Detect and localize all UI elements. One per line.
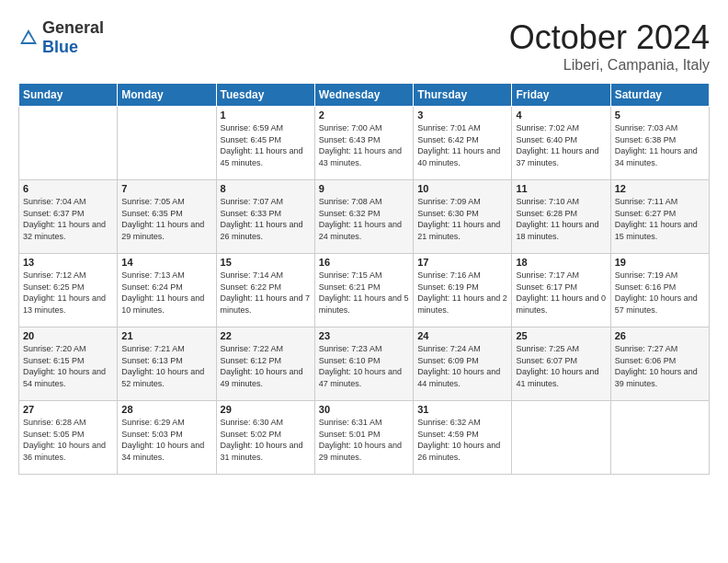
calendar-cell: 9Sunrise: 7:08 AMSunset: 6:32 PMDaylight… <box>314 180 413 254</box>
day-number: 30 <box>319 404 409 415</box>
day-info: Sunrise: 7:21 AMSunset: 6:13 PMDaylight:… <box>121 343 211 389</box>
day-info: Sunrise: 6:30 AMSunset: 5:02 PMDaylight:… <box>221 417 311 463</box>
page-header: General Blue October 2024 Liberi, Campan… <box>18 18 710 74</box>
calendar-cell: 13Sunrise: 7:12 AMSunset: 6:25 PMDayligh… <box>19 254 118 327</box>
day-info: Sunrise: 6:29 AMSunset: 5:03 PMDaylight:… <box>121 417 211 463</box>
day-info: Sunrise: 7:15 AMSunset: 6:21 PMDaylight:… <box>319 270 409 316</box>
week-row: 20Sunrise: 7:20 AMSunset: 6:15 PMDayligh… <box>19 327 710 401</box>
day-info: Sunrise: 7:09 AMSunset: 6:30 PMDaylight:… <box>417 196 507 242</box>
calendar-cell <box>118 107 216 180</box>
day-info: Sunrise: 6:28 AMSunset: 5:05 PMDaylight:… <box>23 417 113 463</box>
calendar-cell: 18Sunrise: 7:17 AMSunset: 6:17 PMDayligh… <box>512 254 610 327</box>
logo-blue: Blue <box>42 38 78 56</box>
day-number: 31 <box>417 404 507 415</box>
day-info: Sunrise: 7:00 AMSunset: 6:43 PMDaylight:… <box>319 122 409 168</box>
header-day-monday: Monday <box>118 84 216 107</box>
calendar-cell <box>512 401 610 475</box>
calendar-cell: 5Sunrise: 7:03 AMSunset: 6:38 PMDaylight… <box>610 107 709 180</box>
calendar-cell: 30Sunrise: 6:31 AMSunset: 5:01 PMDayligh… <box>314 401 413 475</box>
calendar-cell: 4Sunrise: 7:02 AMSunset: 6:40 PMDaylight… <box>512 107 610 180</box>
calendar-cell: 22Sunrise: 7:22 AMSunset: 6:12 PMDayligh… <box>216 327 314 401</box>
calendar-header: SundayMondayTuesdayWednesdayThursdayFrid… <box>19 84 710 107</box>
day-info: Sunrise: 7:13 AMSunset: 6:24 PMDaylight:… <box>121 270 211 316</box>
day-info: Sunrise: 7:25 AMSunset: 6:07 PMDaylight:… <box>516 343 606 389</box>
day-number: 29 <box>221 404 311 415</box>
day-number: 5 <box>615 109 705 121</box>
day-number: 28 <box>121 404 211 415</box>
calendar-cell: 19Sunrise: 7:19 AMSunset: 6:16 PMDayligh… <box>610 254 709 327</box>
day-info: Sunrise: 7:08 AMSunset: 6:32 PMDaylight:… <box>319 196 409 242</box>
calendar-cell: 20Sunrise: 7:20 AMSunset: 6:15 PMDayligh… <box>19 327 118 401</box>
calendar-table: SundayMondayTuesdayWednesdayThursdayFrid… <box>18 83 710 475</box>
month-title: October 2024 <box>509 18 710 57</box>
day-info: Sunrise: 7:16 AMSunset: 6:19 PMDaylight:… <box>417 270 507 316</box>
calendar-cell: 3Sunrise: 7:01 AMSunset: 6:42 PMDaylight… <box>414 107 512 180</box>
logo: General Blue <box>18 18 104 57</box>
header-day-tuesday: Tuesday <box>216 84 314 107</box>
day-info: Sunrise: 7:11 AMSunset: 6:27 PMDaylight:… <box>615 196 705 242</box>
calendar-body: 1Sunrise: 6:59 AMSunset: 6:45 PMDaylight… <box>19 107 710 475</box>
calendar-cell: 17Sunrise: 7:16 AMSunset: 6:19 PMDayligh… <box>414 254 512 327</box>
calendar-cell: 16Sunrise: 7:15 AMSunset: 6:21 PMDayligh… <box>314 254 413 327</box>
day-info: Sunrise: 7:04 AMSunset: 6:37 PMDaylight:… <box>23 196 113 242</box>
day-info: Sunrise: 6:59 AMSunset: 6:45 PMDaylight:… <box>221 122 311 168</box>
day-number: 1 <box>221 109 311 121</box>
day-number: 23 <box>319 330 409 341</box>
calendar-cell: 21Sunrise: 7:21 AMSunset: 6:13 PMDayligh… <box>118 327 216 401</box>
day-number: 15 <box>221 257 311 268</box>
day-info: Sunrise: 7:01 AMSunset: 6:42 PMDaylight:… <box>417 122 507 168</box>
day-number: 13 <box>23 257 113 268</box>
day-number: 8 <box>221 183 311 194</box>
calendar-cell: 15Sunrise: 7:14 AMSunset: 6:22 PMDayligh… <box>216 254 314 327</box>
day-number: 17 <box>417 257 507 268</box>
calendar-cell: 2Sunrise: 7:00 AMSunset: 6:43 PMDaylight… <box>314 107 413 180</box>
day-info: Sunrise: 7:20 AMSunset: 6:15 PMDaylight:… <box>23 343 113 389</box>
day-number: 6 <box>23 183 113 194</box>
day-info: Sunrise: 7:10 AMSunset: 6:28 PMDaylight:… <box>516 196 606 242</box>
day-info: Sunrise: 7:05 AMSunset: 6:35 PMDaylight:… <box>121 196 211 242</box>
day-number: 19 <box>615 257 705 268</box>
day-number: 16 <box>319 257 409 268</box>
header-day-sunday: Sunday <box>19 84 118 107</box>
location-title: Liberi, Campania, Italy <box>509 57 710 74</box>
day-number: 2 <box>319 109 409 121</box>
header-row: SundayMondayTuesdayWednesdayThursdayFrid… <box>19 84 710 107</box>
day-number: 4 <box>516 109 606 121</box>
calendar-cell: 27Sunrise: 6:28 AMSunset: 5:05 PMDayligh… <box>19 401 118 475</box>
week-row: 27Sunrise: 6:28 AMSunset: 5:05 PMDayligh… <box>19 401 710 475</box>
day-number: 24 <box>417 330 507 341</box>
day-number: 25 <box>516 330 606 341</box>
calendar-cell: 10Sunrise: 7:09 AMSunset: 6:30 PMDayligh… <box>414 180 512 254</box>
day-info: Sunrise: 7:07 AMSunset: 6:33 PMDaylight:… <box>221 196 311 242</box>
day-info: Sunrise: 7:27 AMSunset: 6:06 PMDaylight:… <box>615 343 705 389</box>
day-info: Sunrise: 7:23 AMSunset: 6:10 PMDaylight:… <box>319 343 409 389</box>
calendar-cell: 12Sunrise: 7:11 AMSunset: 6:27 PMDayligh… <box>610 180 709 254</box>
calendar-cell: 11Sunrise: 7:10 AMSunset: 6:28 PMDayligh… <box>512 180 610 254</box>
day-number: 20 <box>23 330 113 341</box>
day-info: Sunrise: 7:24 AMSunset: 6:09 PMDaylight:… <box>417 343 507 389</box>
day-number: 3 <box>417 109 507 121</box>
calendar-cell: 25Sunrise: 7:25 AMSunset: 6:07 PMDayligh… <box>512 327 610 401</box>
day-number: 11 <box>516 183 606 194</box>
day-info: Sunrise: 7:14 AMSunset: 6:22 PMDaylight:… <box>221 270 311 316</box>
logo-text: General Blue <box>42 18 104 57</box>
day-info: Sunrise: 7:03 AMSunset: 6:38 PMDaylight:… <box>615 122 705 168</box>
day-number: 18 <box>516 257 606 268</box>
calendar-cell: 6Sunrise: 7:04 AMSunset: 6:37 PMDaylight… <box>19 180 118 254</box>
header-day-friday: Friday <box>512 84 610 107</box>
logo-general: General <box>42 18 104 37</box>
title-block: October 2024 Liberi, Campania, Italy <box>509 18 710 74</box>
week-row: 13Sunrise: 7:12 AMSunset: 6:25 PMDayligh… <box>19 254 710 327</box>
day-number: 22 <box>221 330 311 341</box>
calendar-cell <box>19 107 118 180</box>
day-info: Sunrise: 7:19 AMSunset: 6:16 PMDaylight:… <box>615 270 705 316</box>
day-number: 21 <box>121 330 211 341</box>
calendar-cell: 28Sunrise: 6:29 AMSunset: 5:03 PMDayligh… <box>118 401 216 475</box>
week-row: 1Sunrise: 6:59 AMSunset: 6:45 PMDaylight… <box>19 107 710 180</box>
day-info: Sunrise: 6:31 AMSunset: 5:01 PMDaylight:… <box>319 417 409 463</box>
day-info: Sunrise: 7:12 AMSunset: 6:25 PMDaylight:… <box>23 270 113 316</box>
calendar-cell: 1Sunrise: 6:59 AMSunset: 6:45 PMDaylight… <box>216 107 314 180</box>
header-day-saturday: Saturday <box>610 84 709 107</box>
calendar-cell: 31Sunrise: 6:32 AMSunset: 4:59 PMDayligh… <box>414 401 512 475</box>
calendar-cell: 26Sunrise: 7:27 AMSunset: 6:06 PMDayligh… <box>610 327 709 401</box>
